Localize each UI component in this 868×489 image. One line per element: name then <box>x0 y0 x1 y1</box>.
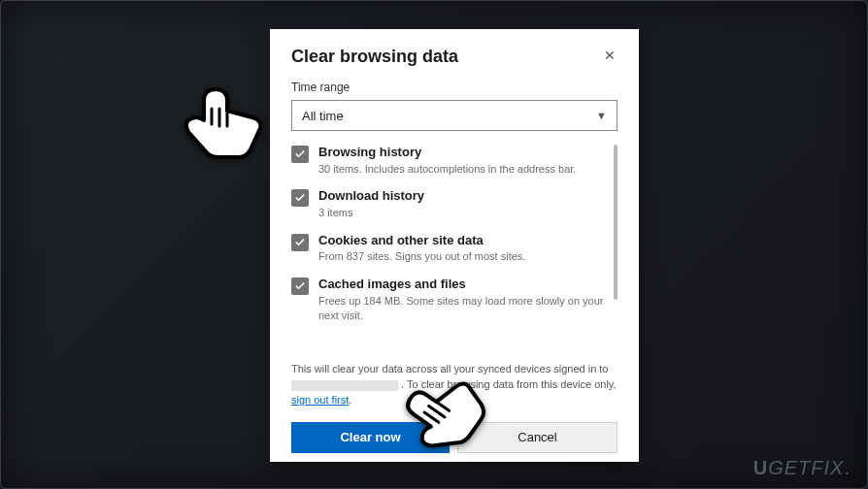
sign-out-link[interactable]: sign out first <box>291 394 349 406</box>
option-title: Browsing history <box>318 145 608 161</box>
sync-text-part: . <box>349 394 351 406</box>
chevron-down-icon: ▼ <box>596 110 607 121</box>
watermark: UUGETFIXGETFIX. <box>753 457 851 479</box>
option-cached-files[interactable]: Cached images and files Frees up 184 MB.… <box>291 277 608 324</box>
option-subtitle: From 837 sites. Signs you out of most si… <box>318 249 608 264</box>
option-title: Cookies and other site data <box>318 233 608 249</box>
time-range-select[interactable]: All time ▼ <box>291 100 618 131</box>
option-download-history[interactable]: Download history 3 items <box>291 188 608 220</box>
option-title: Cached images and files <box>318 277 608 293</box>
checkbox-checked-icon[interactable] <box>291 146 309 163</box>
checkbox-checked-icon[interactable] <box>291 234 309 251</box>
time-range-label: Time range <box>291 81 618 94</box>
checkbox-checked-icon[interactable] <box>291 189 309 207</box>
option-subtitle: Frees up 184 MB. Some sites may load mor… <box>318 294 608 324</box>
option-subtitle: 30 items. Includes autocompletions in th… <box>318 162 608 177</box>
option-subtitle: 3 items <box>318 206 608 220</box>
option-title: Download history <box>318 188 608 205</box>
dialog-title: Clear browsing data <box>291 47 458 67</box>
cursor-hand-icon <box>163 76 280 163</box>
cursor-hand-icon <box>388 363 495 470</box>
scrollbar[interactable] <box>614 145 618 341</box>
options-list: Browsing history 30 items. Includes auto… <box>291 145 608 324</box>
option-cookies[interactable]: Cookies and other site data From 837 sit… <box>291 233 608 265</box>
redacted-account <box>291 380 398 391</box>
close-button[interactable]: ✕ <box>602 47 618 64</box>
time-range-value: All time <box>302 109 344 123</box>
scrollbar-thumb[interactable] <box>614 145 618 300</box>
checkbox-checked-icon[interactable] <box>291 277 309 295</box>
option-browsing-history[interactable]: Browsing history 30 items. Includes auto… <box>291 145 608 177</box>
